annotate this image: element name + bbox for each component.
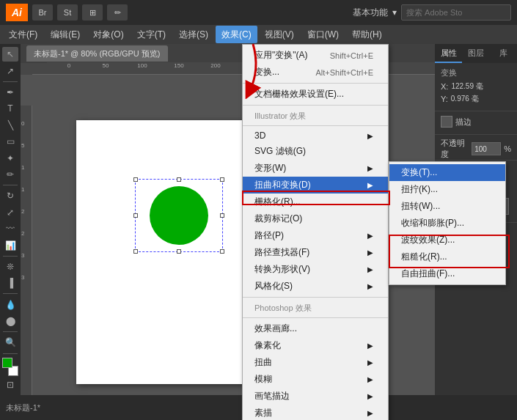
submenu-twist-pinch[interactable]: 扭拧(K)... [389,181,505,198]
menu-rasterize[interactable]: 栅格化(R)... [243,194,388,210]
sel-handle-tl[interactable] [133,177,138,182]
menu-crop-marks[interactable]: 裁剪标记(O) [243,210,388,227]
search-input[interactable] [401,4,511,21]
brush-stroke-label: 画笔描边 [254,390,290,402]
menu-brush-stroke[interactable]: 画笔描边 ▶ [243,388,388,405]
menu-sketch[interactable]: 素描 ▶ [243,405,388,420]
menu-stylize[interactable]: 风格化(S) ▶ [243,278,388,295]
eyedropper-tool[interactable]: 💧 [2,297,18,312]
menu-pixelate[interactable]: 像素化 ▶ [243,337,388,354]
sep-2 [243,105,388,106]
submenu-free-distort[interactable]: 自由扭曲(F)... [389,265,505,282]
fill-color-green[interactable] [2,358,12,368]
sel-handle-br[interactable] [220,249,224,254]
submenu-roughen[interactable]: 粗糙化(R)... [389,248,505,265]
convert-shape-arrow: ▶ [367,265,373,273]
ruler-v-mark-50: 5 [21,142,24,149]
path-arrow: ▶ [367,232,373,240]
rasterize-label: 栅格化(R)... [254,196,301,208]
distort-submenu: 变换(T)... 扭拧(K)... 扭转(W)... 收缩和膨胀(P)... 波… [389,161,506,285]
workspace-label: 基本功能 [353,7,388,19]
stroke-row: 描边 [441,116,511,128]
rotate-tool[interactable]: ↻ [2,188,18,203]
canvas-object[interactable] [135,179,223,252]
menu-help[interactable]: 帮助(H) [346,26,388,43]
sel-handle-bm[interactable] [177,249,181,254]
zoom-tool[interactable]: 🔍 [2,335,18,350]
submenu-twist-pinch-label: 扭拧(K)... [401,183,438,196]
menu-select[interactable]: 选择(S) [173,26,214,43]
pen-button[interactable]: ✏ [107,4,128,21]
menu-file[interactable]: 文件(F) [3,26,43,43]
blend-tool[interactable]: ⬤ [2,314,18,328]
blur-arrow: ▶ [367,375,373,383]
menu-blur[interactable]: 模糊 ▶ [243,371,388,388]
ruler-v-mark-200: 2 [21,208,24,215]
workspace-dropdown-icon[interactable]: ▾ [392,7,397,18]
submenu-roughen-label: 粗糙化(R)... [401,251,447,263]
menu-view[interactable]: 视图(V) [259,26,300,43]
doc-raster-label: 文档栅格效果设置(E)... [254,88,344,100]
menu-window[interactable]: 窗口(W) [301,26,345,43]
menu-apply-transform[interactable]: 应用"变换"(A) Shift+Ctrl+E [243,47,388,64]
tab-layers[interactable]: 图层 [462,44,489,63]
tab-library[interactable]: 库 [490,44,517,63]
sel-handle-tr[interactable] [220,177,224,182]
menu-effects-gallery[interactable]: 效果画廊... [243,320,388,337]
opacity-input[interactable] [472,142,501,155]
menu-convert-shape[interactable]: 转换为形状(V) ▶ [243,261,388,278]
warp-tool[interactable]: 〰 [2,221,18,236]
sel-handle-mr[interactable] [220,213,224,218]
pen-tool[interactable]: ✒ [2,85,18,100]
type-tool[interactable]: T [2,101,18,116]
menu-effect[interactable]: 效果(C) [216,26,257,43]
x-label: X: [441,82,448,91]
sel-handle-ml[interactable] [133,213,138,218]
submenu-transform[interactable]: 变换(T)... [389,164,505,181]
stroke-swatch[interactable] [441,116,452,128]
menu-text[interactable]: 文字(T) [131,26,172,43]
ruler-v-mark-300: 3 [21,252,24,259]
shape-tool[interactable]: ▭ [2,134,18,149]
screen-mode-tool[interactable]: ⊡ [2,377,18,392]
y-label: Y: [441,95,448,103]
sep-4 [243,297,388,298]
ruler-mark-50: 50 [103,62,109,69]
menu-object[interactable]: 对象(O) [87,26,129,43]
right-panel-tabs: 属性 图层 库 [435,44,517,63]
menu-3d[interactable]: 3D ▶ [243,128,388,143]
symbol-tool[interactable]: ❊ [2,259,18,274]
menu-distort[interactable]: 扭曲和变换(D) ▶ [243,177,388,194]
bridge-button[interactable]: Br [32,4,53,21]
menu-edit[interactable]: 编辑(E) [45,26,86,43]
menu-warp[interactable]: 变形(W) ▶ [243,160,388,177]
menu-doc-raster[interactable]: 文档栅格效果设置(E)... [243,86,388,103]
menu-path[interactable]: 路径(P) ▶ [243,227,388,244]
layout-button[interactable]: ⊞ [82,4,103,21]
menu-distort-ps[interactable]: 扭曲 ▶ [243,354,388,371]
app-logo: Ai [6,4,28,21]
submenu-shrink-grow[interactable]: 收缩和膨胀(P)... [389,215,505,232]
sel-handle-bl[interactable] [133,249,138,254]
pencil-tool[interactable]: ✏ [2,167,18,182]
column-graph-tool[interactable]: ▐ [2,276,18,290]
transform-section: 变换 X: 122.59 毫 Y: 0.976 毫 [435,63,517,111]
menu-transform-dots[interactable]: 变换... Alt+Shift+Ctrl+E [243,64,388,81]
x-value: 122.59 毫 [451,81,483,92]
stock-button[interactable]: St [57,4,78,21]
line-tool[interactable]: ╲ [2,118,18,133]
graph-tool[interactable]: 📊 [2,237,18,252]
sel-handle-tm[interactable] [177,177,181,182]
submenu-twirl[interactable]: 扭转(W)... [389,198,505,215]
menu-svg-filter[interactable]: SVG 滤镜(G) [243,143,388,160]
direct-select-tool[interactable]: ↗ [2,63,18,78]
scale-tool[interactable]: ⤢ [2,205,18,220]
menu-pathfinder[interactable]: 路径查找器(F) ▶ [243,244,388,261]
ruler-v-mark-350: 3 [21,274,24,281]
select-tool[interactable]: ↖ [2,47,18,62]
submenu-ripple[interactable]: 波纹效果(Z)... [389,232,505,248]
tab-properties[interactable]: 属性 [435,44,462,63]
brush-tool[interactable]: ✦ [2,150,18,165]
opacity-label: 不透明度 [441,138,469,160]
canvas-tab[interactable]: 未标题-1* @ 80% (RGB/GPU 预览) [26,45,168,62]
